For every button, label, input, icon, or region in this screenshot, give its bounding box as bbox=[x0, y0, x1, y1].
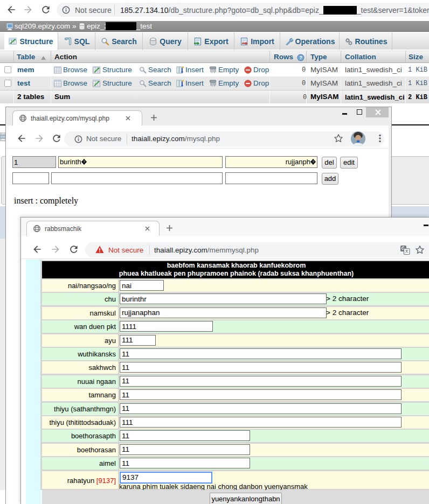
svg-text:?: ? bbox=[83, 160, 85, 164]
svg-text:?: ? bbox=[299, 55, 302, 60]
svg-text:?: ? bbox=[312, 160, 314, 164]
